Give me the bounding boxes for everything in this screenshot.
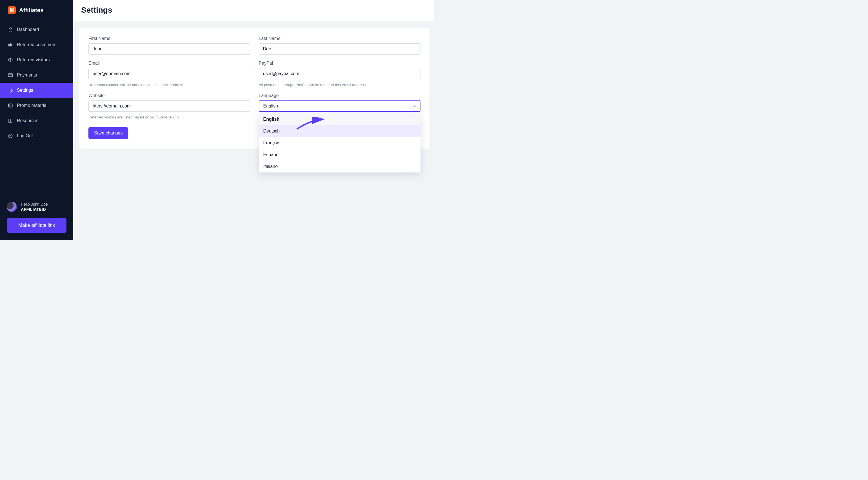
first-name-field: First Name (88, 36, 250, 55)
sidebar-item-label: Payments (17, 73, 37, 78)
brand-name: Affiliates (19, 7, 43, 13)
website-helper: Referred visitors are listed based on yo… (88, 115, 250, 119)
page-header: Settings (73, 0, 434, 22)
language-label: Language (259, 93, 421, 98)
website-field: Website Referred visitors are listed bas… (88, 93, 250, 119)
brand: Affiliates (0, 0, 73, 19)
sidebar-item-promo-material[interactable]: Promo material (0, 98, 73, 113)
svg-rect-1 (8, 74, 13, 77)
sidebar-item-label: Referred visitors (17, 58, 50, 63)
sidebar-footer: Hello John Doe AFFILIATEID Make affiliat… (0, 202, 73, 240)
sidebar-item-payments[interactable]: Payments (0, 68, 73, 83)
paypal-field: PayPal All payments through PayPal will … (259, 61, 421, 87)
email-input[interactable] (88, 68, 250, 79)
sidebar-item-logout[interactable]: Log Out (0, 128, 73, 143)
sidebar-item-label: Settings (17, 88, 33, 93)
email-helper: All communication will be handled via th… (88, 83, 250, 87)
logout-icon (8, 133, 13, 138)
language-select[interactable]: English (259, 100, 421, 112)
form-grid: First Name Last Name Email All communica… (88, 36, 421, 119)
email-label: Email (88, 61, 250, 66)
main: Settings First Name Last Name Email (73, 0, 434, 240)
paypal-label: PayPal (259, 61, 421, 66)
make-affiliate-link-button[interactable]: Make affiliate link (7, 218, 66, 233)
paypal-input[interactable] (259, 68, 421, 79)
card-icon (8, 73, 13, 78)
sidebar-item-label: Promo material (17, 103, 47, 108)
wrench-icon (8, 88, 13, 93)
last-name-input[interactable] (259, 43, 421, 55)
website-input[interactable] (88, 100, 250, 112)
sidebar-item-label: Resources (17, 118, 38, 123)
svg-point-3 (9, 105, 10, 105)
chevron-up-icon (412, 104, 416, 108)
sidebar-item-resources[interactable]: Resources (0, 113, 73, 128)
first-name-input[interactable] (88, 43, 250, 55)
user-hello: Hello John Doe (21, 202, 48, 207)
sidebar-item-label: Dashboard (17, 27, 39, 32)
settings-card: First Name Last Name Email All communica… (80, 28, 430, 148)
sidebar: Affiliates Dashboard Referred customers … (0, 0, 73, 240)
user-meta: Hello John Doe AFFILIATEID (21, 202, 48, 212)
brand-logo-icon (8, 6, 16, 14)
language-dropdown: English Deutsch Français Español Italian… (259, 113, 421, 172)
last-name-label: Last Name (259, 36, 421, 41)
language-select-wrap: English (259, 100, 421, 112)
avatar (7, 202, 17, 212)
page-title: Settings (81, 6, 426, 14)
sidebar-item-referred-visitors[interactable]: Referred visitors (0, 52, 73, 68)
user-row: Hello John Doe AFFILIATEID (7, 202, 66, 212)
paypal-helper: All payments through PayPal will be made… (259, 83, 421, 87)
sidebar-item-settings[interactable]: Settings (0, 83, 73, 98)
sidebar-nav: Dashboard Referred customers Referred vi… (0, 22, 73, 143)
user-affiliate-id: AFFILIATEID (21, 207, 48, 212)
content: First Name Last Name Email All communica… (73, 22, 434, 155)
language-option-espanol[interactable]: Español (259, 149, 421, 161)
language-option-english[interactable]: English (259, 113, 421, 125)
thumbs-up-icon (8, 42, 13, 47)
language-selected-value: English (263, 104, 278, 109)
sidebar-item-dashboard[interactable]: Dashboard (0, 22, 73, 37)
last-name-field: Last Name (259, 36, 421, 55)
sidebar-item-label: Referred customers (17, 42, 57, 47)
app-root: Affiliates Dashboard Referred customers … (0, 0, 434, 240)
language-option-deutsch[interactable]: Deutsch (259, 125, 421, 137)
svg-rect-2 (8, 104, 12, 107)
svg-point-0 (10, 59, 11, 61)
email-field: Email All communication will be handled … (88, 61, 250, 87)
save-button[interactable]: Save changes (88, 127, 128, 139)
website-label: Website (88, 93, 250, 98)
language-field: Language English English Deutsch Françai… (259, 93, 421, 119)
eye-icon (8, 58, 13, 63)
language-option-francais[interactable]: Français (259, 137, 421, 149)
sidebar-item-referred-customers[interactable]: Referred customers (0, 37, 73, 52)
sidebar-item-label: Log Out (17, 133, 33, 138)
image-icon (8, 103, 13, 108)
home-icon (8, 27, 13, 32)
language-option-italiano[interactable]: Italiano (259, 161, 421, 172)
first-name-label: First Name (88, 36, 250, 41)
book-icon (8, 118, 13, 123)
